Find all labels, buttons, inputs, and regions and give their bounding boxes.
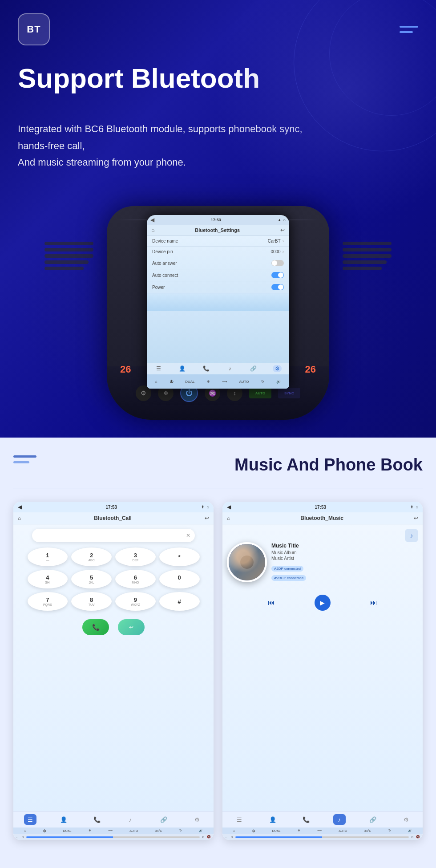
dial-clear-icon[interactable]: ✕ [186,532,190,539]
tab-phone-icon[interactable]: 📞 [202,365,210,372]
music-home-icon[interactable]: ⌂ [227,515,230,521]
call-fan-clim: ⟿ [108,829,113,832]
call-temp-clim: 34°C [155,829,162,832]
music-vol-bar [235,836,409,838]
tab-music-icon[interactable]: ♪ [226,365,234,372]
call-snow-clim: ❄ [89,829,91,832]
dial-btn-4[interactable]: 4GHI [28,570,68,588]
dial-btn-star[interactable]: * [159,548,200,566]
music-tab-link[interactable]: 🔗 [367,814,379,825]
music-screen-title: Bluetooth_Music [230,515,414,521]
call-tab-grid[interactable]: ☰ [24,814,36,825]
tab-contacts-icon[interactable]: 👤 [178,365,187,372]
call-home-icon[interactable]: ⌂ [18,515,21,521]
track-artist: Music Artist [271,556,418,561]
dialpad-grid: 1— 2ABC 3DEF * 4GHI 5JKL 6MNO 0- 7PQRS 8… [28,548,200,611]
back-icon[interactable]: ↩ [280,227,285,233]
power-toggle[interactable] [271,284,284,290]
call-dual-clim: DUAL [63,829,72,832]
next-button[interactable]: ⏭ [366,595,382,611]
home-icon[interactable]: ⌂ [151,227,154,233]
redial-button[interactable]: ↩ [118,619,145,635]
music-tab-grid[interactable]: ☰ [233,814,246,825]
call-zero-1: 0 [22,836,24,839]
dial-input[interactable]: ✕ [32,529,195,542]
call-back-icon[interactable]: ↩ [205,515,209,521]
dial-btn-7[interactable]: 7PQRS [28,592,68,611]
tab-settings-icon[interactable]: ⚙ [273,365,282,372]
call-wifi-icon: ⌂ [207,505,209,509]
play-button[interactable]: ▶ [315,595,331,611]
auto-connect-toggle[interactable] [271,272,284,278]
screen-nav: ⌂ Bluetooth_Settings ↩ [147,225,289,236]
call-content: ✕ 1— 2ABC 3DEF * 4GHI 5JKL 6MNO 0- 7PQRS… [13,524,214,811]
call-power-clim: ⏻ [43,829,46,832]
bottom-header: Music And Phone Book [13,455,423,475]
auto-answer-row[interactable]: Auto answer [147,257,289,269]
dial-btn-2[interactable]: 2ABC [71,548,112,566]
album-art [227,542,267,582]
bottom-logo [13,455,36,463]
tab-grid-icon[interactable]: ☰ [154,365,163,372]
call-tab-music[interactable]: ♪ [124,814,137,825]
recirc-icon: ↻ [261,380,264,384]
dial-btn-1[interactable]: 1— [28,548,68,566]
call-tab-settings[interactable]: ⚙ [191,814,203,825]
home-climate-icon: ⌂ [155,380,157,384]
call-signal-icon: ⬆ [201,505,205,509]
music-signal-icon: ⬆ [410,505,414,509]
music-topbar: ◀ 17:53 ⬆ ⌂ [222,502,423,512]
call-back-btn[interactable]: ◀ [18,504,22,510]
call-tab-phone[interactable]: 📞 [91,814,103,825]
music-content: ♪ Music Title Music Album Music Art [222,524,423,811]
bottom-divider [13,488,423,488]
music-tabs-row: ☰ 👤 📞 ♪ 🔗 ⚙ [222,811,423,827]
dial-btn-5[interactable]: 5JKL [71,570,112,588]
device-pin-value: 0000 [270,249,280,254]
page-title: Support Bluetooth [18,63,418,93]
dial-btn-8[interactable]: 8TUV [71,592,112,611]
auto-connect-row[interactable]: Auto connect [147,269,289,281]
menu-button[interactable] [400,26,418,33]
dial-btn-3[interactable]: 3DEF [115,548,156,566]
prev-button[interactable]: ⏮ [263,595,279,611]
music-tab-music[interactable]: ♪ [333,814,346,825]
dial-btn-0[interactable]: 0- [159,570,200,588]
track-title: Music Title [271,543,418,549]
music-tab-settings[interactable]: ⚙ [400,814,412,825]
dial-btn-9[interactable]: 9WXYZ [115,592,156,611]
music-tab-contacts[interactable]: 👤 [266,814,279,825]
device-pin-row[interactable]: Device pin 0000 › [147,247,289,257]
music-back-btn[interactable]: ◀ [227,504,231,510]
call-zero-2: 0 [202,836,204,839]
call-back-bottom: ← [16,836,19,839]
music-screen-card: ◀ 17:53 ⬆ ⌂ ⌂ Bluetooth_Music ↩ ♪ [222,502,423,840]
left-vent [44,242,93,331]
auto-answer-toggle[interactable] [271,260,284,266]
tab-link-icon[interactable]: 🔗 [249,365,258,372]
chevron-right-icon-2: › [283,249,284,254]
call-home-clim: ⌂ [24,829,26,832]
car-display: ⚙ ❄ ⏻ ♒ ↕ AUTO SYNC 26 26 ◀ 1 [18,188,418,438]
bottom-title: Music And Phone Book [234,455,423,475]
call-button[interactable]: 📞 [82,619,109,635]
music-tab-phone[interactable]: 📞 [300,814,312,825]
dial-btn-6[interactable]: 6MNO [115,570,156,588]
music-climate-bar: ⌂ ⏻ DUAL ❄ ⟿ AUTO 34°C ↻ 🔊 [222,827,423,834]
device-name-row[interactable]: Device name CarBT › [147,236,289,247]
bottom-section: Music And Phone Book ◀ 17:53 ⬆ ⌂ ⌂ Bluet… [0,438,436,868]
back-arrow-top[interactable]: ◀ [150,217,154,223]
music-fan-clim: ⟿ [317,829,322,832]
hamburger-line-2 [400,31,413,33]
dial-btn-hash[interactable]: # [159,592,200,611]
device-name-label: Device name [152,239,178,243]
music-bottom-tabs: ☰ 👤 📞 ♪ 🔗 ⚙ ⌂ ⏻ DUAL ❄ ⟿ AUTO 34°C ↻ 🔊 [222,811,423,840]
power-row[interactable]: Power [147,281,289,293]
music-wifi-icon: ⌂ [416,505,418,509]
music-back-icon[interactable]: ↩ [414,515,418,521]
music-mute: 🔇 [416,835,420,839]
music-note-icon[interactable]: ♪ [405,529,418,542]
music-vol-clim: 🔊 [408,829,412,832]
call-tab-link[interactable]: 🔗 [157,814,170,825]
call-tab-contacts[interactable]: 👤 [57,814,70,825]
